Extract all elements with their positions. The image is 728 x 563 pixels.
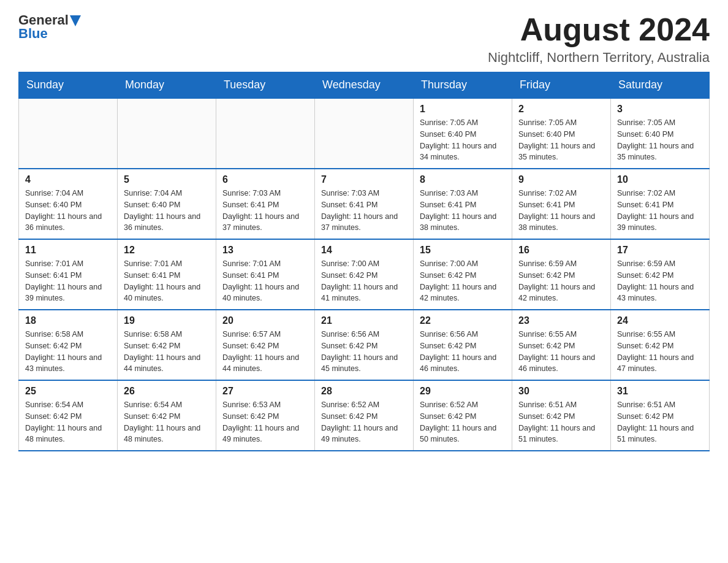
table-row: 20Sunrise: 6:57 AMSunset: 6:42 PMDayligh… bbox=[216, 310, 315, 380]
day-info: Sunrise: 6:56 AMSunset: 6:42 PMDaylight:… bbox=[420, 329, 506, 375]
day-info: Sunrise: 7:04 AMSunset: 6:40 PMDaylight:… bbox=[124, 188, 210, 234]
day-number: 6 bbox=[222, 174, 308, 185]
calendar-week-row: 1Sunrise: 7:05 AMSunset: 6:40 PMDaylight… bbox=[19, 98, 710, 169]
col-thursday: Thursday bbox=[414, 72, 512, 99]
day-info: Sunrise: 7:00 AMSunset: 6:42 PMDaylight:… bbox=[420, 258, 506, 304]
table-row: 11Sunrise: 7:01 AMSunset: 6:41 PMDayligh… bbox=[19, 239, 118, 310]
day-info: Sunrise: 6:54 AMSunset: 6:42 PMDaylight:… bbox=[25, 399, 111, 445]
day-info: Sunrise: 6:54 AMSunset: 6:42 PMDaylight:… bbox=[124, 399, 210, 445]
calendar-week-row: 11Sunrise: 7:01 AMSunset: 6:41 PMDayligh… bbox=[19, 239, 710, 310]
table-row: 27Sunrise: 6:53 AMSunset: 6:42 PMDayligh… bbox=[216, 380, 315, 451]
table-row bbox=[19, 98, 118, 169]
day-number: 24 bbox=[617, 315, 703, 326]
day-number: 23 bbox=[518, 315, 604, 326]
calendar-week-row: 4Sunrise: 7:04 AMSunset: 6:40 PMDaylight… bbox=[19, 169, 710, 239]
day-info: Sunrise: 6:59 AMSunset: 6:42 PMDaylight:… bbox=[617, 258, 703, 304]
table-row: 8Sunrise: 7:03 AMSunset: 6:41 PMDaylight… bbox=[414, 169, 512, 239]
day-number: 26 bbox=[124, 386, 210, 397]
table-row: 22Sunrise: 6:56 AMSunset: 6:42 PMDayligh… bbox=[414, 310, 512, 380]
col-saturday: Saturday bbox=[611, 72, 710, 99]
day-info: Sunrise: 6:59 AMSunset: 6:42 PMDaylight:… bbox=[518, 258, 604, 304]
day-number: 17 bbox=[617, 245, 703, 256]
day-info: Sunrise: 7:03 AMSunset: 6:41 PMDaylight:… bbox=[420, 188, 506, 234]
day-number: 29 bbox=[420, 386, 506, 397]
day-number: 15 bbox=[420, 245, 506, 256]
calendar-week-row: 18Sunrise: 6:58 AMSunset: 6:42 PMDayligh… bbox=[19, 310, 710, 380]
table-row: 7Sunrise: 7:03 AMSunset: 6:41 PMDaylight… bbox=[315, 169, 414, 239]
day-info: Sunrise: 7:01 AMSunset: 6:41 PMDaylight:… bbox=[124, 258, 210, 304]
day-info: Sunrise: 6:55 AMSunset: 6:42 PMDaylight:… bbox=[617, 329, 703, 375]
table-row: 23Sunrise: 6:55 AMSunset: 6:42 PMDayligh… bbox=[512, 310, 611, 380]
day-number: 11 bbox=[25, 245, 111, 256]
col-sunday: Sunday bbox=[19, 72, 118, 99]
day-number: 20 bbox=[222, 315, 308, 326]
day-info: Sunrise: 6:56 AMSunset: 6:42 PMDaylight:… bbox=[321, 329, 407, 375]
day-number: 5 bbox=[124, 174, 210, 185]
day-number: 16 bbox=[518, 245, 604, 256]
table-row: 13Sunrise: 7:01 AMSunset: 6:41 PMDayligh… bbox=[216, 239, 315, 310]
table-row bbox=[315, 98, 414, 169]
day-number: 25 bbox=[25, 386, 111, 397]
day-number: 13 bbox=[222, 245, 308, 256]
table-row: 24Sunrise: 6:55 AMSunset: 6:42 PMDayligh… bbox=[611, 310, 710, 380]
day-number: 12 bbox=[124, 245, 210, 256]
day-number: 1 bbox=[420, 104, 506, 115]
day-info: Sunrise: 6:51 AMSunset: 6:42 PMDaylight:… bbox=[617, 399, 703, 445]
day-info: Sunrise: 7:03 AMSunset: 6:41 PMDaylight:… bbox=[222, 188, 308, 234]
calendar-week-row: 25Sunrise: 6:54 AMSunset: 6:42 PMDayligh… bbox=[19, 380, 710, 451]
day-info: Sunrise: 6:53 AMSunset: 6:42 PMDaylight:… bbox=[222, 399, 308, 445]
day-number: 22 bbox=[420, 315, 506, 326]
day-number: 8 bbox=[420, 174, 506, 185]
logo-blue-text: Blue bbox=[18, 26, 48, 42]
day-info: Sunrise: 6:51 AMSunset: 6:42 PMDaylight:… bbox=[518, 399, 604, 445]
col-friday: Friday bbox=[512, 72, 611, 99]
table-row: 14Sunrise: 7:00 AMSunset: 6:42 PMDayligh… bbox=[315, 239, 414, 310]
day-number: 3 bbox=[617, 104, 703, 115]
col-tuesday: Tuesday bbox=[216, 72, 315, 99]
day-info: Sunrise: 6:52 AMSunset: 6:42 PMDaylight:… bbox=[321, 399, 407, 445]
col-monday: Monday bbox=[118, 72, 216, 99]
table-row: 26Sunrise: 6:54 AMSunset: 6:42 PMDayligh… bbox=[118, 380, 216, 451]
day-info: Sunrise: 7:00 AMSunset: 6:42 PMDaylight:… bbox=[321, 258, 407, 304]
day-number: 2 bbox=[518, 104, 604, 115]
day-number: 27 bbox=[222, 386, 308, 397]
day-info: Sunrise: 7:05 AMSunset: 6:40 PMDaylight:… bbox=[617, 117, 703, 163]
location-text: Nightcliff, Northern Territory, Australi… bbox=[488, 50, 710, 66]
table-row: 15Sunrise: 7:00 AMSunset: 6:42 PMDayligh… bbox=[414, 239, 512, 310]
table-row: 5Sunrise: 7:04 AMSunset: 6:40 PMDaylight… bbox=[118, 169, 216, 239]
day-number: 19 bbox=[124, 315, 210, 326]
day-number: 28 bbox=[321, 386, 407, 397]
table-row bbox=[216, 98, 315, 169]
table-row: 10Sunrise: 7:02 AMSunset: 6:41 PMDayligh… bbox=[611, 169, 710, 239]
day-info: Sunrise: 6:55 AMSunset: 6:42 PMDaylight:… bbox=[518, 329, 604, 375]
day-info: Sunrise: 7:02 AMSunset: 6:41 PMDaylight:… bbox=[617, 188, 703, 234]
day-number: 14 bbox=[321, 245, 407, 256]
table-row: 12Sunrise: 7:01 AMSunset: 6:41 PMDayligh… bbox=[118, 239, 216, 310]
page-header: General Blue August 2024 Nightcliff, Nor… bbox=[18, 12, 710, 66]
day-info: Sunrise: 7:05 AMSunset: 6:40 PMDaylight:… bbox=[420, 117, 506, 163]
table-row: 6Sunrise: 7:03 AMSunset: 6:41 PMDaylight… bbox=[216, 169, 315, 239]
table-row: 9Sunrise: 7:02 AMSunset: 6:41 PMDaylight… bbox=[512, 169, 611, 239]
day-info: Sunrise: 7:01 AMSunset: 6:41 PMDaylight:… bbox=[222, 258, 308, 304]
calendar-table: Sunday Monday Tuesday Wednesday Thursday… bbox=[18, 72, 710, 451]
day-info: Sunrise: 7:02 AMSunset: 6:41 PMDaylight:… bbox=[518, 188, 604, 234]
table-row: 17Sunrise: 6:59 AMSunset: 6:42 PMDayligh… bbox=[611, 239, 710, 310]
table-row: 25Sunrise: 6:54 AMSunset: 6:42 PMDayligh… bbox=[19, 380, 118, 451]
table-row: 3Sunrise: 7:05 AMSunset: 6:40 PMDaylight… bbox=[611, 98, 710, 169]
table-row: 16Sunrise: 6:59 AMSunset: 6:42 PMDayligh… bbox=[512, 239, 611, 310]
day-info: Sunrise: 6:52 AMSunset: 6:42 PMDaylight:… bbox=[420, 399, 506, 445]
table-row: 1Sunrise: 7:05 AMSunset: 6:40 PMDaylight… bbox=[414, 98, 512, 169]
day-number: 10 bbox=[617, 174, 703, 185]
day-number: 18 bbox=[25, 315, 111, 326]
day-number: 31 bbox=[617, 386, 703, 397]
table-row: 31Sunrise: 6:51 AMSunset: 6:42 PMDayligh… bbox=[611, 380, 710, 451]
day-info: Sunrise: 7:05 AMSunset: 6:40 PMDaylight:… bbox=[518, 117, 604, 163]
col-wednesday: Wednesday bbox=[315, 72, 414, 99]
day-number: 21 bbox=[321, 315, 407, 326]
table-row: 28Sunrise: 6:52 AMSunset: 6:42 PMDayligh… bbox=[315, 380, 414, 451]
day-number: 30 bbox=[518, 386, 604, 397]
table-row: 29Sunrise: 6:52 AMSunset: 6:42 PMDayligh… bbox=[414, 380, 512, 451]
svg-marker-0 bbox=[70, 15, 81, 26]
day-number: 4 bbox=[25, 174, 111, 185]
day-info: Sunrise: 6:57 AMSunset: 6:42 PMDaylight:… bbox=[222, 329, 308, 375]
